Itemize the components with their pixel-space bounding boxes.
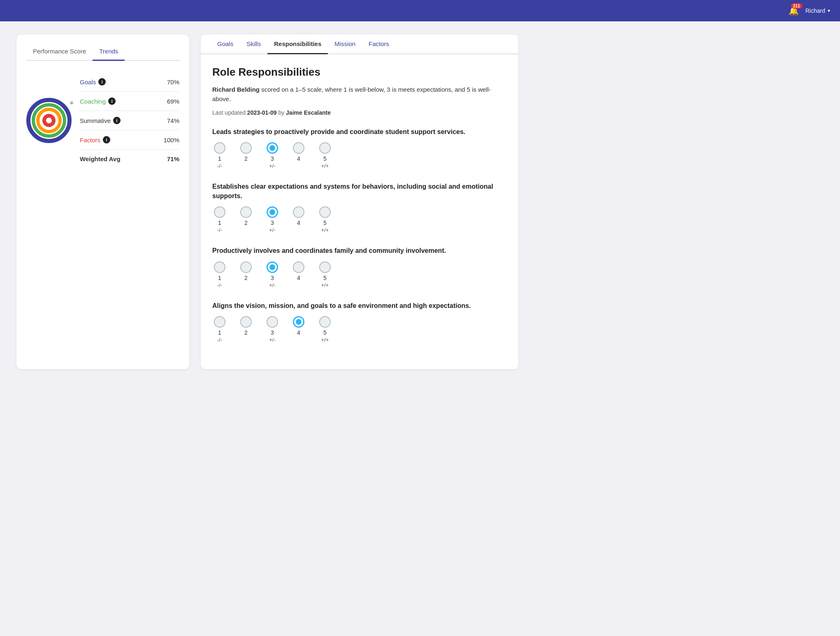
weighted-avg-pct: 71%: [167, 155, 179, 162]
rating-row-1: 1-/-23+/-45+/+: [212, 142, 507, 169]
summative-info-icon[interactable]: i: [113, 117, 121, 124]
radio-num-2-5: 5: [323, 220, 327, 226]
tab-skills[interactable]: Skills: [240, 35, 267, 54]
score-area: ≡ Goals: [26, 72, 179, 168]
radio-sub-4-1: -/-: [217, 337, 222, 343]
radio-circle-4-3[interactable]: [267, 316, 278, 328]
radio-circle-4-5[interactable]: [319, 316, 331, 328]
radio-num-2-1: 1: [218, 220, 221, 226]
responsibility-item-3: Productively involves and coordinates fa…: [212, 246, 507, 288]
radio-circle-2-3[interactable]: [267, 206, 278, 218]
radio-circle-2-1[interactable]: [214, 206, 225, 218]
responsibility-item-1: Leads strategies to proactively provide …: [212, 127, 507, 169]
score-row-goals: Goals i 70%: [80, 72, 179, 92]
radio-circle-1-5[interactable]: [319, 142, 331, 154]
rating-option-1-1[interactable]: 1-/-: [212, 142, 227, 169]
rating-row-2: 1-/-23+/-45+/+: [212, 206, 507, 233]
tab-mission[interactable]: Mission: [328, 35, 362, 54]
radio-num-4-1: 1: [218, 329, 221, 336]
notifications-button[interactable]: 🔔 211: [789, 6, 799, 16]
rating-row-4: 1-/-23+/-45+/+: [212, 316, 507, 343]
radio-num-3-4: 4: [297, 275, 300, 281]
menu-icon[interactable]: ≡: [70, 99, 73, 106]
rating-option-1-2[interactable]: 2: [239, 142, 253, 163]
rating-option-3-1[interactable]: 1-/-: [212, 261, 227, 288]
goals-pct: 70%: [167, 79, 179, 86]
radio-circle-3-4[interactable]: [293, 261, 304, 273]
rating-option-1-4[interactable]: 4: [291, 142, 306, 163]
rating-option-3-4[interactable]: 4: [291, 261, 306, 282]
radio-sub-4-5: +/+: [321, 337, 329, 343]
radio-circle-3-1[interactable]: [214, 261, 225, 273]
summative-label: Summative i: [80, 117, 121, 124]
resp-question-3: Productively involves and coordinates fa…: [212, 246, 507, 255]
rating-option-4-5[interactable]: 5+/+: [318, 316, 332, 343]
radio-circle-1-2[interactable]: [240, 142, 252, 154]
radio-num-1-3: 3: [271, 155, 274, 162]
score-row-summative: Summative i 74%: [80, 111, 179, 130]
radio-sub-3-1: -/-: [217, 282, 222, 288]
summative-pct: 74%: [167, 117, 179, 124]
tab-factors[interactable]: Factors: [362, 35, 396, 54]
coaching-info-icon[interactable]: i: [108, 97, 116, 105]
radio-sub-2-5: +/+: [321, 227, 329, 233]
tab-performance-score[interactable]: Performance Score: [26, 44, 93, 61]
goals-label: Goals i: [80, 78, 106, 86]
radio-circle-4-2[interactable]: [240, 316, 252, 328]
user-menu[interactable]: Richard ▾: [805, 7, 830, 14]
responsibility-item-4: Aligns the vision, mission, and goals to…: [212, 301, 507, 343]
radio-circle-3-3[interactable]: [267, 261, 278, 273]
rating-option-2-2[interactable]: 2: [239, 206, 253, 227]
rating-option-2-3[interactable]: 3+/-: [265, 206, 280, 233]
radio-num-4-3: 3: [271, 329, 274, 336]
radio-circle-2-4[interactable]: [293, 206, 304, 218]
role-title: Role Responsibilities: [212, 66, 507, 79]
factors-info-icon[interactable]: i: [103, 136, 110, 143]
rating-option-4-3[interactable]: 3+/-: [265, 316, 280, 343]
score-row-weighted-avg: Weighted Avg 71%: [80, 150, 179, 168]
rating-option-3-5[interactable]: 5+/+: [318, 261, 332, 288]
tab-responsibilities[interactable]: Responsibilities: [267, 35, 328, 54]
radio-circle-1-4[interactable]: [293, 142, 304, 154]
radio-circle-3-5[interactable]: [319, 261, 331, 273]
rating-option-4-4[interactable]: 4: [291, 316, 306, 337]
radio-num-2-3: 3: [271, 220, 274, 226]
radio-num-3-5: 5: [323, 275, 327, 281]
radio-circle-4-4[interactable]: [293, 316, 304, 328]
radio-circle-3-2[interactable]: [240, 261, 252, 273]
right-panel: Goals Skills Responsibilities Mission Fa…: [201, 35, 518, 369]
rating-option-2-1[interactable]: 1-/-: [212, 206, 227, 233]
radio-num-1-1: 1: [218, 155, 221, 162]
rating-option-4-1[interactable]: 1-/-: [212, 316, 227, 343]
radio-circle-2-2[interactable]: [240, 206, 252, 218]
rating-option-1-3[interactable]: 3+/-: [265, 142, 280, 169]
radio-circle-2-5[interactable]: [319, 206, 331, 218]
radio-sub-3-5: +/+: [321, 282, 329, 288]
rating-option-3-2[interactable]: 2: [239, 261, 253, 282]
rating-option-4-2[interactable]: 2: [239, 316, 253, 337]
right-content: Role Responsibilities Richard Belding sc…: [201, 54, 518, 369]
tab-goals[interactable]: Goals: [211, 35, 240, 54]
resp-question-1: Leads strategies to proactively provide …: [212, 127, 507, 136]
responsibility-item-2: Establishes clear expectations and syste…: [212, 182, 507, 233]
rating-option-2-4[interactable]: 4: [291, 206, 306, 227]
radio-num-2-2: 2: [244, 220, 248, 226]
factors-pct: 100%: [164, 136, 179, 143]
rating-option-3-3[interactable]: 3+/-: [265, 261, 280, 288]
chevron-down-icon: ▾: [828, 8, 830, 14]
radio-circle-1-1[interactable]: [214, 142, 225, 154]
radio-sub-1-5: +/+: [321, 163, 329, 169]
last-updated-date: 2023-01-09: [247, 109, 277, 116]
radio-num-3-2: 2: [244, 275, 248, 281]
radio-sub-4-3: +/-: [269, 337, 276, 343]
radio-circle-4-1[interactable]: [214, 316, 225, 328]
radio-circle-1-3[interactable]: [267, 142, 278, 154]
last-updated-by-label: by: [278, 109, 286, 116]
score-row-factors: Factors i 100%: [80, 130, 179, 150]
rating-option-1-5[interactable]: 5+/+: [318, 142, 332, 169]
radio-sub-1-3: +/-: [269, 163, 276, 169]
radio-num-1-2: 2: [244, 155, 248, 162]
tab-trends[interactable]: Trends: [93, 44, 125, 61]
rating-option-2-5[interactable]: 5+/+: [318, 206, 332, 233]
goals-info-icon[interactable]: i: [98, 78, 106, 86]
